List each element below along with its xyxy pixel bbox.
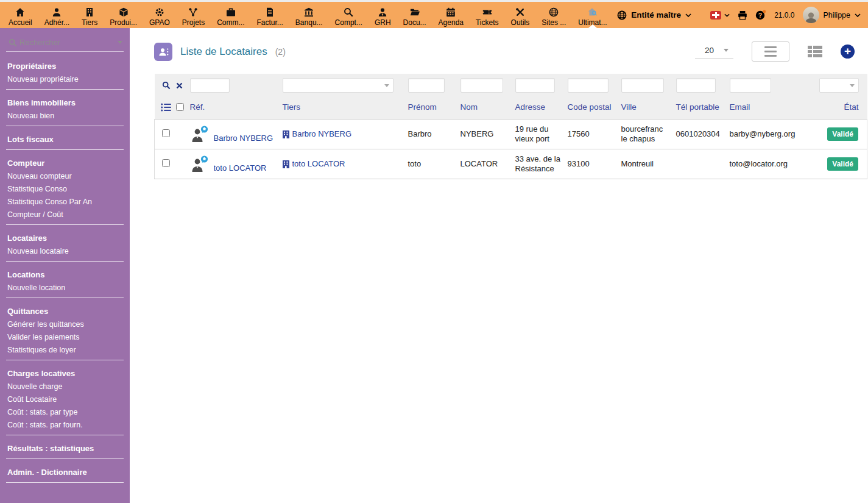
sidebar-link[interactable]: Valider les paiements [0,330,130,343]
table-row: Barbro NYBERG Barbro NYBERG Barbro NYBER… [155,120,867,149]
column-header-etat[interactable]: État [806,96,867,120]
filter-prenom-input[interactable] [408,78,445,93]
cell-nom: LOCATOR [460,149,515,179]
sidebar-section-title[interactable]: Résultats : statistiques [0,439,130,455]
topbar-item-commerce[interactable]: Comm... [211,2,250,28]
topbar-item-outils[interactable]: Outils [505,2,536,28]
sidebar-section-title[interactable]: Lots fiscaux [0,130,130,146]
column-header-ville[interactable]: Ville [621,96,676,120]
column-header-email[interactable]: Email [730,96,806,120]
folder-icon [410,7,420,17]
cell-nom: NYBERG [460,120,515,149]
sidebar-section-title[interactable]: Propriétaires [0,57,130,73]
sidebar-section-title[interactable]: Charges locatives [0,364,130,380]
sidebar-link[interactable]: Nouveau bien [0,109,130,122]
websites-globe-icon [549,7,559,17]
column-header-ref[interactable]: Réf. [190,96,283,120]
column-header-tiers[interactable]: Tiers [283,96,408,120]
filter-email-input[interactable] [730,78,771,93]
topbar-item-facturation[interactable]: Factur... [251,2,289,28]
list-fields-icon[interactable] [161,103,171,112]
filter-ville-input[interactable] [621,78,664,93]
tiers-link[interactable]: toto LOCATOR [292,159,345,169]
column-header-code-postal[interactable]: Code postal [568,96,621,120]
sidebar-link[interactable]: Nouveau locataire [0,244,130,257]
sidebar-separator [6,89,124,90]
tenant-ref-link[interactable]: toto LOCATOR [214,163,267,173]
entity-selector[interactable]: Entité maître [617,10,691,20]
topbar-item-comptabilite[interactable]: Compt... [329,2,369,28]
topbar-item-adherents[interactable]: Adhér... [38,2,76,28]
topbar: Accueil Adhér... Tiers Produi... GPAO Pr… [0,0,868,28]
grid-view-button[interactable] [808,46,822,57]
sidebar-link[interactable]: Nouvelle location [0,281,130,294]
sidebar-link[interactable]: Coût : stats. par fourn. [0,418,130,431]
sitemap-icon [188,7,198,17]
chevron-down-icon[interactable] [118,41,122,44]
sidebar-section-title[interactable]: Biens immobiliers [0,93,130,109]
sidebar-section-title[interactable]: Quittances [0,302,130,318]
filter-tiers-select[interactable] [283,78,393,93]
filter-nom-input[interactable] [460,78,503,93]
topbar-item-accueil[interactable]: Accueil [2,2,38,28]
sidebar-link[interactable]: Coût Locataire [0,393,130,405]
briefcase-icon [226,7,236,17]
topbar-item-banques[interactable]: Banqu... [289,2,329,28]
sidebar-section-title[interactable]: Locations [0,265,130,281]
topbar-item-agenda[interactable]: Agenda [432,2,470,28]
sidebar-link[interactable]: Nouveau propriétaire [0,73,130,85]
sidebar-link[interactable]: Statistiques de loyer [0,343,130,356]
help-icon[interactable]: ? [755,10,766,20]
sidebar-section-title[interactable]: Locataires [0,229,130,244]
sidebar-separator [6,149,124,150]
filter-etat-select[interactable] [819,78,859,93]
sidebar-link[interactable]: Statistique Conso [0,182,130,195]
column-header-nom[interactable]: Nom [460,96,515,120]
tiers-link[interactable]: Barbro NYBERG [292,129,352,139]
topbar-item-documents[interactable]: Docu... [397,2,432,28]
topbar-item-produits[interactable]: Produi... [104,2,143,28]
sidebar-link[interactable]: Générer les quittances [0,318,130,330]
house-search-icon [587,7,598,17]
sidebar-link[interactable]: Compteur / Coût [0,208,130,221]
topbar-item-sites[interactable]: Sites ... [535,2,572,28]
sidebar-section-title[interactable]: Admin. - Dictionnaire [0,463,130,479]
add-tenant-button[interactable]: + [841,45,855,59]
topbar-item-tickets[interactable]: Tickets [470,2,505,28]
page-size-select[interactable]: 20 [695,44,733,59]
row-checkbox[interactable] [162,159,170,167]
topbar-item-projets[interactable]: Projets [176,2,211,28]
tenant-ref-link[interactable]: Barbro NYBERG [214,134,273,143]
sidebar-link[interactable]: Nouveau compteur [0,169,130,182]
sidebar-link[interactable]: Coût : stats. par type [0,405,130,418]
filter-ref-input[interactable] [190,78,230,93]
filter-code-postal-input[interactable] [568,78,609,93]
apply-filter-icon[interactable] [162,81,171,90]
topbar-item-tiers[interactable]: Tiers [76,2,104,28]
cell-prenom: toto [408,149,460,179]
sidebar-link[interactable]: Statistique Conso Par An [0,195,130,208]
column-header-adresse[interactable]: Adresse [515,96,568,120]
row-checkbox[interactable] [162,129,170,137]
filter-adresse-input[interactable] [515,78,555,93]
filter-row [155,74,867,96]
gears-icon [155,7,164,17]
topbar-item-ultimate[interactable]: Ultimat... [572,2,613,28]
filter-tel-input[interactable] [676,78,716,93]
topbar-item-grh[interactable]: GRH [369,2,397,28]
topbar-item-gpao[interactable]: GPAO [143,2,176,28]
print-icon[interactable] [738,10,747,20]
tenant-person-icon [190,125,210,143]
list-view-button[interactable] [752,41,789,62]
sidebar-section-title[interactable]: Compteur [0,154,130,169]
language-selector[interactable] [710,11,730,20]
clear-filter-icon[interactable] [176,82,183,89]
sidebar-link[interactable]: Nouvelle charge [0,380,130,393]
column-header-tel[interactable]: Tél portable [676,96,730,120]
sidebar-search-input[interactable] [17,38,118,47]
user-menu[interactable]: Philippe [803,7,861,23]
version-label: 21.0.0 [774,11,794,20]
column-header-prenom[interactable]: Prénom [408,96,460,120]
company-building-icon [283,130,289,138]
select-all-checkbox[interactable] [176,103,184,111]
